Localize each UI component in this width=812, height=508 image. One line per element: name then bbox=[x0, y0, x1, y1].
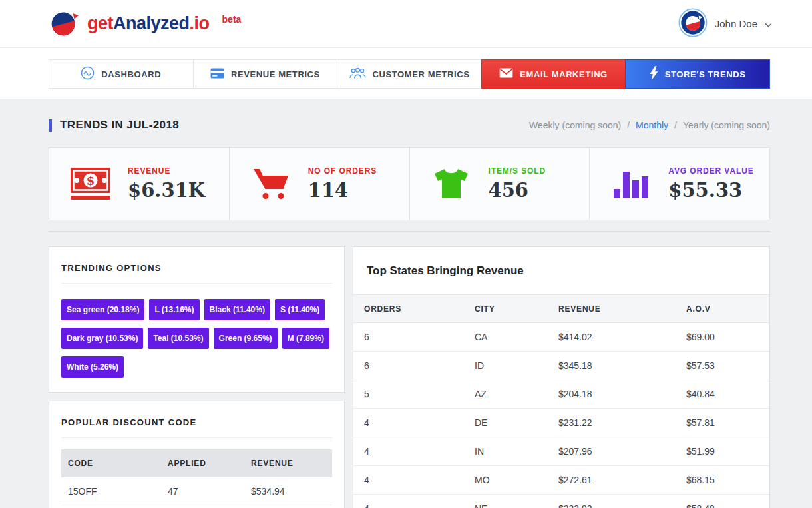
top-states-panel: Top States Bringing Revenue ORDERS CITY … bbox=[353, 246, 770, 508]
metric-label: NO OF ORDERS bbox=[308, 166, 377, 176]
trend-tag: Teal (10.53%) bbox=[148, 328, 208, 349]
cell-revenue: $231.22 bbox=[548, 417, 676, 428]
cell-aov: $57.53 bbox=[676, 360, 769, 371]
table-row: 4 IN $207.96 $51.99 bbox=[353, 437, 769, 466]
panel-title: TRENDING OPTIONS bbox=[61, 259, 332, 273]
table-row: 6 CA $414.02 $69.00 bbox=[353, 323, 769, 352]
panel-title: POPULAR DISCOUNT CODE bbox=[61, 413, 332, 427]
cell-city: IN bbox=[464, 446, 548, 457]
column-header: APPLIED bbox=[161, 459, 244, 468]
metric-info: ITEM/S SOLD 456 bbox=[489, 166, 546, 202]
tab-email-marketing[interactable]: EMAIL MARKETING bbox=[481, 59, 626, 89]
cell-orders: 6 bbox=[353, 332, 464, 342]
cell-orders: 4 bbox=[353, 417, 464, 428]
brand-main: Analyzed bbox=[113, 13, 190, 34]
table-row: 6 ID $345.18 $57.53 bbox=[353, 352, 769, 380]
table-row: 4 DE $231.22 $57.81 bbox=[353, 409, 769, 437]
trend-tag: White (5.26%) bbox=[61, 356, 124, 378]
table-row: 5 AZ $204.18 $40.84 bbox=[353, 380, 769, 409]
metric-value: 114 bbox=[308, 179, 377, 202]
cell-aov: $57.81 bbox=[676, 417, 769, 428]
table-row: 4 MO $272.61 $68.15 bbox=[353, 466, 769, 495]
cell-applied: 47 bbox=[161, 486, 244, 497]
column-header: REVENUE bbox=[244, 459, 332, 468]
tab-label: STORE'S TRENDS bbox=[665, 69, 746, 79]
metric-value: 456 bbox=[489, 179, 546, 202]
app-header: getAnalyzed.io beta John Doe bbox=[0, 0, 812, 48]
brand-prefix: get bbox=[87, 13, 113, 34]
cell-revenue: $534.94 bbox=[244, 486, 332, 497]
period-monthly[interactable]: Monthly bbox=[636, 120, 668, 130]
tab-revenue-metrics[interactable]: REVENUE METRICS bbox=[193, 59, 338, 89]
metric-label: AVG ORDER VALUE bbox=[668, 166, 753, 176]
trend-tag: Sea green (20.18%) bbox=[61, 299, 144, 320]
cell-city: NE bbox=[464, 503, 548, 508]
trend-tag: L (13.16%) bbox=[149, 299, 199, 320]
cell-city: AZ bbox=[464, 389, 548, 399]
divider bbox=[61, 437, 332, 438]
cell-revenue: $414.02 bbox=[548, 332, 676, 342]
tab-stores-trends[interactable]: STORE'S TRENDS bbox=[625, 59, 770, 89]
trend-tag: Black (11.40%) bbox=[204, 299, 270, 320]
cell-city: DE bbox=[464, 417, 548, 428]
cell-revenue: $272.61 bbox=[548, 475, 676, 485]
cell-aov: $68.15 bbox=[676, 475, 769, 485]
bar-chart-icon bbox=[610, 169, 652, 198]
cell-orders: 6 bbox=[353, 360, 464, 371]
page-title-text: TRENDS IN JUL-2018 bbox=[60, 119, 179, 132]
cell-city: MO bbox=[464, 475, 548, 485]
right-column: Top States Bringing Revenue ORDERS CITY … bbox=[353, 246, 770, 508]
cell-revenue: $233.92 bbox=[548, 503, 676, 508]
metric-info: NO OF ORDERS 114 bbox=[308, 166, 377, 202]
user-menu[interactable]: John Doe bbox=[678, 8, 772, 40]
metric-info: REVENUE $6.31K bbox=[128, 166, 205, 202]
discount-code-panel: POPULAR DISCOUNT CODE CODE APPLIED REVEN… bbox=[49, 401, 345, 508]
trend-tag: S (11.40%) bbox=[275, 299, 325, 320]
metric-card-orders: NO OF ORDERS 114 bbox=[229, 147, 410, 220]
period-switcher: Weekly (coming soon) / Monthly / Yearly … bbox=[529, 120, 770, 130]
cell-city: CA bbox=[464, 332, 548, 342]
column-header: REVENUE bbox=[548, 304, 676, 314]
nav-bar: DASHBOARD REVENUE METRICS CUSTOMER METRI… bbox=[0, 48, 812, 99]
metric-cards: $ REVENUE $6.31K NO OF ORDERS 114 bbox=[49, 147, 770, 220]
user-name: John Doe bbox=[715, 18, 757, 29]
pulse-circle-icon bbox=[81, 66, 95, 82]
dashboard-columns: TRENDING OPTIONS Sea green (20.18%) L (1… bbox=[49, 246, 770, 508]
table-body: 15OFF 47 $534.94 bbox=[61, 477, 332, 505]
metric-card-items-sold: ITEM/S SOLD 456 bbox=[409, 147, 590, 220]
cell-code: 15OFF bbox=[61, 486, 161, 497]
brand-logo[interactable]: getAnalyzed.io beta bbox=[49, 8, 241, 40]
bird-logo-icon bbox=[49, 8, 79, 40]
cell-revenue: $207.96 bbox=[548, 446, 676, 457]
table-row: 15OFF 47 $534.94 bbox=[61, 477, 332, 505]
column-header: CITY bbox=[464, 304, 548, 314]
brand-name: getAnalyzed.io bbox=[87, 13, 210, 34]
metric-info: AVG ORDER VALUE $55.33 bbox=[668, 166, 753, 202]
tab-label: CUSTOMER METRICS bbox=[373, 69, 470, 79]
cell-aov: $69.00 bbox=[676, 332, 769, 342]
separator: / bbox=[627, 120, 630, 130]
divider bbox=[49, 231, 770, 232]
cell-revenue: $345.18 bbox=[548, 360, 676, 371]
period-yearly: Yearly (coming soon) bbox=[683, 120, 770, 130]
panel-title: Top States Bringing Revenue bbox=[353, 247, 769, 295]
trending-options-panel: TRENDING OPTIONS Sea green (20.18%) L (1… bbox=[49, 246, 345, 393]
shopping-cart-icon bbox=[250, 168, 292, 200]
tab-label: REVENUE METRICS bbox=[231, 69, 320, 79]
cell-city: ID bbox=[464, 360, 548, 371]
tab-dashboard[interactable]: DASHBOARD bbox=[49, 59, 194, 89]
metric-value: $55.33 bbox=[668, 179, 753, 202]
table-header-row: CODE APPLIED REVENUE bbox=[61, 449, 332, 477]
beta-badge: beta bbox=[222, 14, 242, 25]
column-header: A.O.V bbox=[676, 304, 769, 314]
table-body: 6 CA $414.02 $69.00 6 ID $345.18 $57.53 bbox=[353, 323, 769, 508]
cell-orders: 4 bbox=[353, 503, 464, 508]
tab-customer-metrics[interactable]: CUSTOMER METRICS bbox=[337, 59, 482, 89]
main-content: TRENDS IN JUL-2018 Weekly (coming soon) … bbox=[0, 119, 812, 508]
metric-card-revenue: $ REVENUE $6.31K bbox=[49, 147, 230, 220]
metric-label: REVENUE bbox=[128, 166, 205, 176]
chevron-down-icon bbox=[765, 18, 772, 30]
avatar bbox=[678, 8, 708, 40]
separator: / bbox=[674, 120, 677, 130]
cell-orders: 5 bbox=[353, 389, 464, 399]
